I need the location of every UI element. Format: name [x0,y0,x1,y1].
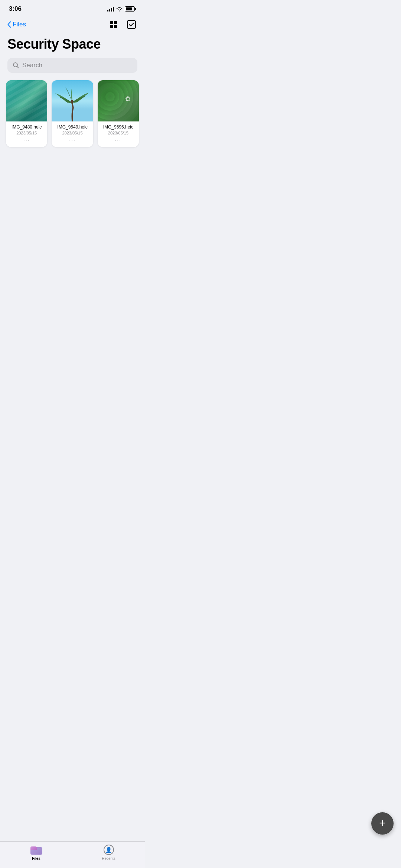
file-menu-3[interactable]: ··· [101,137,135,143]
file-date-3: 2023/05/15 [101,131,135,135]
file-menu-2[interactable]: ··· [55,137,89,143]
file-thumbnail-3 [98,80,139,121]
back-button[interactable]: Files [7,21,26,28]
svg-rect-4 [127,20,136,29]
palm-tree-illustration [52,80,93,121]
file-name-2: IMG_9549.heic [55,124,89,130]
file-card-2[interactable]: IMG_9549.heic 2023/05/15 ··· [52,80,93,147]
file-thumbnail-1 [6,80,47,121]
file-info-1: IMG_9480.heic 2023/05/15 ··· [6,121,47,147]
search-placeholder: Search [22,62,42,69]
search-container: Search [0,58,145,80]
status-bar: 3:06 [0,0,145,16]
status-icons [107,6,136,12]
svg-point-6 [71,100,73,103]
file-grid: IMG_9480.heic 2023/05/15 ··· [0,80,145,147]
grid-view-icon [109,20,118,29]
file-name-1: IMG_9480.heic [10,124,43,130]
svg-rect-1 [114,21,117,24]
battery-icon [125,6,136,12]
file-date-2: 2023/05/15 [55,131,89,135]
file-info-3: IMG_9696.heic 2023/05/15 ··· [98,121,139,147]
search-icon [13,62,19,69]
back-label: Files [13,21,26,28]
file-card-1[interactable]: IMG_9480.heic 2023/05/15 ··· [6,80,47,147]
content-area: IMG_9480.heic 2023/05/15 ··· [0,80,145,192]
svg-rect-3 [114,25,117,28]
wifi-icon [116,7,123,12]
file-date-1: 2023/05/15 [10,131,43,135]
file-menu-1[interactable]: ··· [10,137,43,143]
svg-rect-2 [110,25,113,28]
file-info-2: IMG_9549.heic 2023/05/15 ··· [52,121,93,147]
nav-bar: Files [0,16,145,35]
nav-actions [108,19,137,30]
signal-bars-icon [107,6,114,12]
grid-view-button[interactable] [108,19,120,30]
file-thumbnail-2 [52,80,93,121]
page-title: Security Space [0,35,145,58]
checkmark-square-icon [127,20,136,29]
status-time: 3:06 [9,5,22,13]
svg-point-5 [13,63,17,67]
back-chevron-icon [7,21,11,28]
search-bar[interactable]: Search [7,58,137,73]
file-card-3[interactable]: IMG_9696.heic 2023/05/15 ··· [98,80,139,147]
select-button[interactable] [125,19,137,30]
file-name-3: IMG_9696.heic [101,124,135,130]
svg-rect-0 [110,21,113,24]
